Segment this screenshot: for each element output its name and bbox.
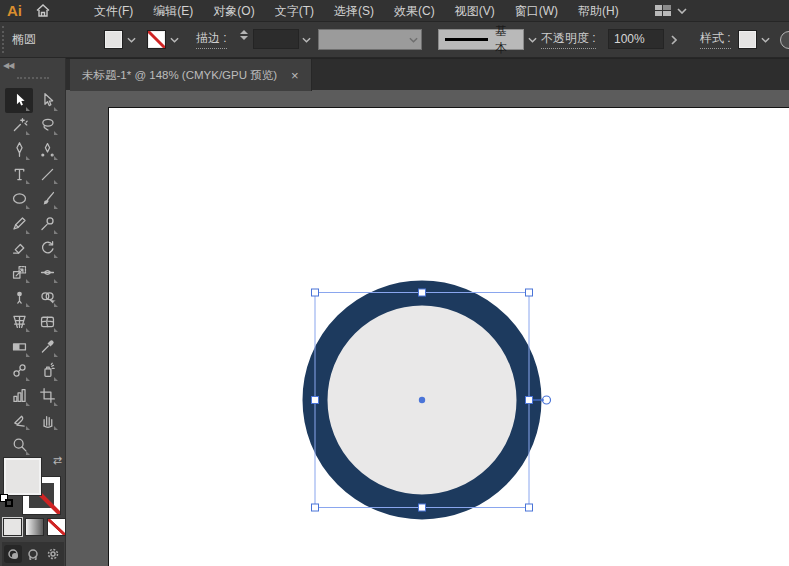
tool-flyout-indicator (54, 205, 58, 209)
swap-fill-stroke-icon[interactable]: ⇄ (53, 454, 62, 467)
curvature-tool[interactable] (33, 137, 61, 162)
center-point[interactable] (419, 397, 425, 403)
menu-items: 文件(F)编辑(E)对象(O)文字(T)选择(S)效果(C)视图(V)窗口(W)… (84, 0, 629, 22)
panel-grip[interactable] (2, 26, 6, 53)
tool-flyout-indicator (26, 328, 30, 332)
menu-item-1[interactable]: 编辑(E) (143, 0, 203, 22)
tools-panel-grip[interactable] (17, 77, 49, 81)
tab-close-icon[interactable]: × (291, 69, 299, 82)
column-graph-tool[interactable] (5, 383, 33, 408)
menu-item-5[interactable]: 效果(C) (384, 0, 445, 22)
lasso-tool[interactable] (33, 113, 61, 138)
menu-item-6[interactable]: 视图(V) (445, 0, 505, 22)
shaper-tool[interactable] (33, 211, 61, 236)
document-tab[interactable]: 未标题-1* @ 148% (CMYK/GPU 预览) × (70, 59, 312, 91)
fill-color-swatch[interactable] (104, 30, 123, 49)
menu-item-7[interactable]: 窗口(W) (505, 0, 568, 22)
selection-tool[interactable] (5, 88, 33, 113)
artboard-tool[interactable] (33, 383, 61, 408)
fill-chevron-down-icon[interactable] (125, 30, 138, 49)
selection-handle[interactable] (419, 504, 426, 511)
opacity-label[interactable]: 不透明度 : (541, 30, 596, 49)
illustrator-logo: Ai (0, 2, 30, 19)
menu-item-3[interactable]: 文字(T) (265, 0, 324, 22)
blend-tool[interactable] (5, 359, 33, 384)
context-label: 椭圆 (12, 22, 36, 57)
eyedropper-tool-icon (39, 338, 56, 355)
gradient-button[interactable] (25, 518, 44, 536)
slice-tool[interactable] (5, 408, 33, 433)
canvas-pasteboard[interactable] (66, 90, 789, 566)
stroke-color-none-swatch[interactable] (147, 30, 166, 49)
width-tool[interactable] (33, 260, 61, 285)
pen-tool[interactable] (5, 137, 33, 162)
pencil-tool[interactable] (5, 211, 33, 236)
perspective-grid-tool[interactable] (5, 309, 33, 334)
stroke-weight-chevron-down-icon[interactable] (300, 30, 313, 49)
opacity-chevron-right-icon[interactable] (671, 22, 677, 57)
selection-handle[interactable] (312, 504, 319, 511)
menu-item-4[interactable]: 选择(S) (324, 0, 384, 22)
stroke-weight-input[interactable] (253, 29, 299, 49)
selection-handle[interactable] (312, 397, 319, 404)
direct-selection-tool[interactable] (33, 88, 61, 113)
none-button[interactable] (47, 518, 66, 536)
style-label[interactable]: 样式 : (700, 30, 731, 49)
mesh-tool[interactable] (33, 309, 61, 334)
tool-flyout-indicator (26, 156, 30, 160)
type-tool[interactable] (5, 162, 33, 187)
draw-inside-icon[interactable] (44, 545, 62, 563)
selection-handle[interactable] (526, 289, 533, 296)
brush-definition-dropdown[interactable]: 基本 (438, 29, 524, 50)
gradient-tool[interactable] (5, 334, 33, 359)
selection-tool-icon (11, 92, 28, 109)
selection-handle[interactable] (526, 504, 533, 511)
ellipse-tool[interactable] (5, 186, 33, 211)
menu-item-0[interactable]: 文件(F) (84, 0, 143, 22)
rotate-tool[interactable] (33, 236, 61, 261)
tool-flyout-indicator (26, 205, 30, 209)
stroke-chevron-down-icon[interactable] (168, 30, 181, 49)
selection-handle[interactable] (419, 289, 426, 296)
selection-handle[interactable] (312, 289, 319, 296)
width-tool-icon (39, 264, 56, 281)
fill-proxy-swatch[interactable] (4, 458, 41, 495)
stroke-weight-stepper[interactable] (238, 30, 250, 49)
lasso-tool-icon (39, 116, 56, 133)
tool-flyout-indicator (54, 402, 58, 406)
tool-flyout-indicator (26, 402, 30, 406)
hand-tool[interactable] (33, 408, 61, 433)
stroke-weight-label[interactable]: 描边 : (196, 30, 227, 49)
menu-item-8[interactable]: 帮助(H) (568, 0, 629, 22)
magic-wand-tool[interactable] (5, 113, 33, 138)
style-chevron-down-icon[interactable] (759, 30, 772, 49)
shape-builder-tool-icon (39, 289, 56, 306)
puppet-warp-tool-icon (11, 289, 28, 306)
workspace-switcher[interactable] (655, 5, 687, 17)
eraser-tool[interactable] (5, 236, 33, 261)
zoom-tool[interactable] (5, 432, 33, 457)
tool-flyout-indicator (26, 254, 30, 258)
default-fill-stroke-icon[interactable] (0, 494, 13, 507)
perspective-grid-tool-icon (11, 313, 28, 330)
workspace-icon (655, 5, 672, 17)
symbol-sprayer-tool[interactable] (33, 359, 61, 384)
draw-behind-icon[interactable] (24, 545, 42, 563)
line-segment-tool[interactable] (33, 162, 61, 187)
eyedropper-tool[interactable] (33, 334, 61, 359)
puppet-warp-tool[interactable] (5, 285, 33, 310)
shaper-globe-icon[interactable] (780, 31, 789, 49)
draw-normal-icon[interactable] (4, 545, 22, 563)
home-icon[interactable] (30, 0, 56, 22)
paintbrush-tool[interactable] (33, 186, 61, 211)
scale-tool[interactable] (5, 260, 33, 285)
slice-tool-icon (11, 412, 28, 429)
color-button[interactable] (3, 518, 22, 536)
style-swatch[interactable] (738, 30, 757, 49)
menu-item-2[interactable]: 对象(O) (203, 0, 264, 22)
selection-handle[interactable] (526, 397, 533, 404)
collapse-panel-icon[interactable]: ◀◀ (3, 61, 13, 70)
shape-builder-tool[interactable] (33, 285, 61, 310)
brush-chevron-down-icon[interactable] (526, 30, 539, 49)
opacity-input[interactable]: 100% (608, 29, 664, 49)
